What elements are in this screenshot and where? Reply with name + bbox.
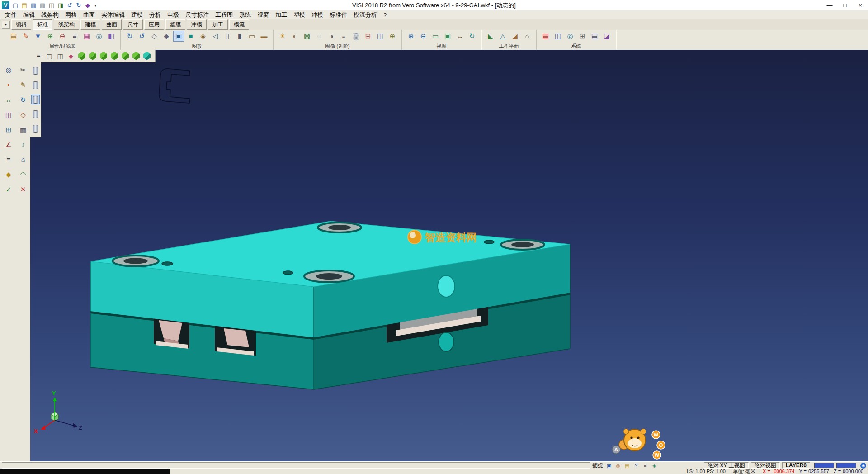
grid-icon[interactable]: ⊞: [577, 31, 588, 42]
verify-icon[interactable]: ✓: [3, 184, 14, 195]
new-file-icon[interactable]: ▢: [11, 1, 19, 9]
filter-icon[interactable]: ▼: [33, 31, 43, 42]
plot-icon[interactable]: ◨: [57, 1, 65, 9]
redraw-icon[interactable]: ↻: [124, 31, 135, 42]
layer-off-icon[interactable]: ▮: [234, 31, 245, 42]
iso-view-bottom-icon[interactable]: [132, 52, 140, 60]
texture-icon[interactable]: ▩: [302, 31, 312, 42]
menu-item-16[interactable]: 标准件: [326, 11, 350, 19]
help-icon[interactable]: ?: [632, 462, 640, 469]
menu-item-0[interactable]: 文件: [2, 11, 20, 19]
save-icon[interactable]: ▥: [29, 1, 38, 9]
sketch-icon[interactable]: ✎: [17, 79, 29, 91]
mirror-icon[interactable]: ◫: [3, 109, 14, 121]
grid-snap-icon[interactable]: ▦: [17, 124, 29, 136]
shadow-icon[interactable]: ◑: [326, 31, 337, 42]
tab-模流[interactable]: 模流: [229, 19, 249, 30]
attributes-icon[interactable]: ▤: [8, 31, 19, 42]
color-table-icon[interactable]: ▦: [540, 31, 551, 42]
shaded-mode-icon[interactable]: ▣: [173, 31, 184, 42]
body-toggle-icon-2[interactable]: [31, 80, 40, 90]
menu-item-13[interactable]: 加工: [272, 11, 290, 19]
workplane-on-face-icon[interactable]: ◢: [509, 31, 520, 42]
screenshot-icon[interactable]: ◫: [375, 31, 386, 42]
workplane-3points-icon[interactable]: △: [497, 31, 508, 42]
menu-item-17[interactable]: 模流分析: [350, 11, 380, 19]
regenerate-icon[interactable]: ↺: [137, 31, 147, 42]
body-toggle-icon-4[interactable]: [31, 109, 40, 119]
attribute-paint-icon[interactable]: ✎: [20, 31, 31, 42]
iso-view-top-icon[interactable]: [122, 52, 129, 60]
workplane-view-icon[interactable]: ◪: [601, 31, 612, 42]
section-view-icon[interactable]: ⊟: [363, 31, 373, 42]
wireframe-mode-icon[interactable]: ◇: [149, 31, 160, 42]
layer-color-swatch-1[interactable]: [836, 463, 856, 468]
display-settings-icon[interactable]: ◫: [552, 31, 563, 42]
menu-item-3[interactable]: 网格: [62, 11, 80, 19]
menu-item-9[interactable]: 尺寸标注: [182, 11, 212, 19]
single-view-icon[interactable]: ▢: [45, 52, 54, 61]
3d-canvas[interactable]: Y Z X 智造资料网: [30, 50, 868, 461]
home-view-icon[interactable]: ⌂: [17, 154, 29, 166]
trim-icon[interactable]: ✂: [17, 64, 29, 76]
iso-view-front-icon[interactable]: [78, 52, 85, 60]
pan-icon[interactable]: ↔: [454, 31, 465, 42]
tab-尺寸[interactable]: 尺寸: [123, 19, 143, 30]
render-settings-icon[interactable]: ⊕: [387, 31, 398, 42]
iso-view-back-icon[interactable]: [89, 52, 96, 60]
previous-view-icon[interactable]: ◁: [210, 31, 221, 42]
curve-icon[interactable]: ◠: [17, 169, 29, 180]
hidden-line-mode-icon[interactable]: ◆: [161, 31, 172, 42]
color-palette-icon[interactable]: ▦: [81, 31, 92, 42]
minimize-button[interactable]: —: [822, 0, 837, 10]
body-toggle-icon-3[interactable]: [31, 95, 40, 104]
selection-filter-icon[interactable]: ◧: [106, 31, 117, 42]
print-icon[interactable]: ◫: [47, 1, 56, 9]
tab-建模[interactable]: 建模: [80, 19, 100, 30]
redo-icon[interactable]: ↻: [75, 1, 83, 9]
rotate-icon[interactable]: ↻: [17, 94, 29, 106]
open-file-icon[interactable]: ▤: [20, 1, 28, 9]
dimension-icon[interactable]: ↕: [17, 139, 29, 151]
workplane-reset-icon[interactable]: ⌂: [522, 31, 533, 42]
menu-item-2[interactable]: 线架构: [38, 11, 62, 19]
point-snap-icon[interactable]: •: [3, 79, 14, 91]
visibility-icon[interactable]: ◎: [94, 31, 104, 42]
options-icon[interactable]: ◆: [84, 1, 92, 9]
toolbar-overflow-icon[interactable]: ▾: [94, 3, 97, 8]
workplane-standard-icon[interactable]: ◣: [485, 31, 496, 42]
layer-color-swatch-0[interactable]: [814, 463, 834, 468]
rotate-view-icon[interactable]: ↻: [467, 31, 477, 42]
reflection-icon[interactable]: ◒: [338, 31, 349, 42]
status-globe-icon[interactable]: ◉: [860, 463, 866, 469]
filter-add-icon[interactable]: ⊕: [45, 31, 56, 42]
rendered-mode-icon[interactable]: ■: [185, 31, 196, 42]
blank-element-icon[interactable]: ▭: [246, 31, 257, 42]
select-icon[interactable]: ◎: [3, 64, 14, 76]
perspective-icon[interactable]: ◈: [198, 31, 208, 42]
view-manager-icon[interactable]: ◆: [66, 52, 75, 61]
menu-item-15[interactable]: 冲模: [308, 11, 326, 19]
save-all-icon[interactable]: ▥: [38, 1, 47, 9]
layer-on-icon[interactable]: ▯: [222, 31, 233, 42]
array-icon[interactable]: ⊞: [3, 124, 14, 136]
menu-item-12[interactable]: 视窗: [254, 11, 272, 19]
close-button[interactable]: ×: [853, 0, 868, 10]
layer-manager-icon[interactable]: ≡: [69, 31, 80, 42]
view-menu-icon[interactable]: ≡: [34, 52, 43, 61]
tab-曲面[interactable]: 曲面: [102, 19, 122, 30]
body-toggle-icon-1[interactable]: [31, 66, 40, 76]
delete-icon[interactable]: ✕: [17, 184, 29, 195]
menu-item-6[interactable]: 建模: [128, 11, 146, 19]
unblank-element-icon[interactable]: ▬: [259, 31, 269, 42]
tab-塑膜[interactable]: 塑膜: [165, 19, 185, 30]
filter-remove-icon[interactable]: ⊖: [57, 31, 68, 42]
zoom-fit-icon[interactable]: ▣: [442, 31, 453, 42]
four-views-icon[interactable]: ◫: [56, 52, 65, 61]
menu-item-14[interactable]: 塑模: [290, 11, 308, 19]
iso-view-right-icon[interactable]: [111, 52, 118, 60]
tab-加工[interactable]: 加工: [208, 19, 228, 30]
tab-应用[interactable]: 应用: [144, 19, 164, 30]
database-icon[interactable]: ◎: [565, 31, 576, 42]
menu-item-7[interactable]: 分析: [146, 11, 164, 19]
